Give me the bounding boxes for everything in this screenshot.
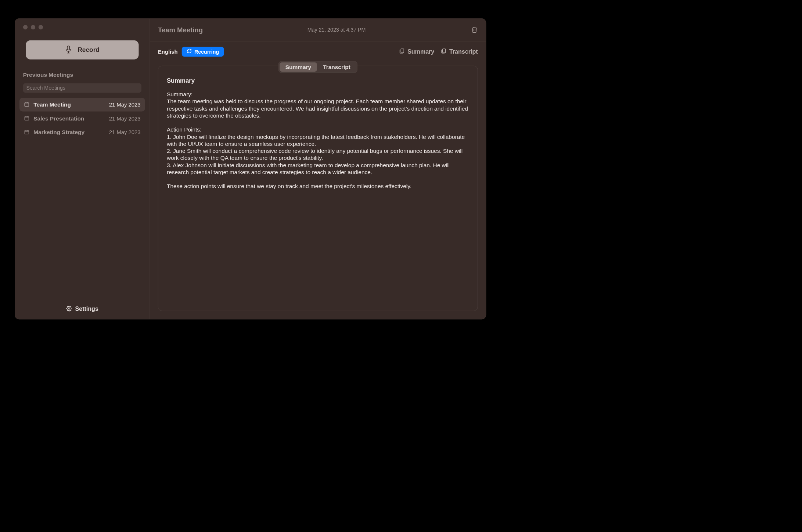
- meeting-title: Sales Presentation: [33, 115, 105, 122]
- search-wrap: [23, 83, 141, 93]
- gear-icon: [66, 305, 72, 312]
- meeting-item-team-meeting[interactable]: Team Meeting 21 May 2023: [19, 98, 145, 112]
- copy-transcript-button[interactable]: Transcript: [441, 48, 478, 56]
- meeting-date: 21 May 2023: [109, 115, 141, 122]
- copy-summary-label: Summary: [407, 48, 434, 55]
- svg-point-15: [68, 308, 70, 309]
- settings-button[interactable]: Settings: [19, 303, 145, 314]
- refresh-icon: [187, 48, 192, 55]
- calendar-icon: [24, 101, 29, 108]
- clipboard-icon: [441, 48, 447, 56]
- meeting-title: Marketing Strategy: [33, 129, 105, 136]
- language-label: English: [158, 48, 177, 55]
- microphone-icon: [65, 46, 72, 54]
- fullscreen-window-button[interactable]: [39, 25, 43, 29]
- sidebar: Record Previous Meetings Team Meeting 21…: [15, 19, 150, 319]
- app-window: Record Previous Meetings Team Meeting 21…: [15, 18, 486, 319]
- panel-heading: Summary: [167, 77, 469, 84]
- meeting-list: Team Meeting 21 May 2023 Sales Presentat…: [19, 98, 145, 139]
- page-title: Team Meeting: [158, 26, 203, 34]
- meeting-date: 21 May 2023: [109, 101, 141, 108]
- topbar: Team Meeting May 21, 2023 at 4:37 PM: [150, 19, 486, 42]
- main-content: Team Meeting May 21, 2023 at 4:37 PM Eng…: [150, 19, 486, 319]
- svg-rect-11: [25, 130, 29, 134]
- svg-rect-7: [25, 116, 29, 120]
- meta-row: English Recurring: [150, 42, 486, 61]
- svg-rect-0: [67, 46, 69, 50]
- content-area: Summary Transcript Summary Summary: The …: [150, 61, 486, 319]
- recurring-label: Recurring: [194, 48, 219, 55]
- meeting-timestamp: May 21, 2023 at 4:37 PM: [308, 27, 366, 33]
- calendar-icon: [24, 115, 29, 122]
- svg-rect-3: [25, 103, 29, 106]
- record-button[interactable]: Record: [26, 40, 139, 60]
- close-window-button[interactable]: [23, 25, 28, 29]
- meeting-date: 21 May 2023: [109, 129, 141, 135]
- minimize-window-button[interactable]: [31, 25, 35, 29]
- window-controls: [23, 25, 145, 29]
- clipboard-icon: [399, 48, 405, 56]
- panel-body: Summary: The team meeting was held to di…: [167, 91, 469, 190]
- svg-rect-16: [401, 49, 404, 53]
- calendar-icon: [24, 129, 29, 135]
- trash-icon: [471, 30, 478, 34]
- svg-rect-17: [443, 49, 446, 53]
- tab-summary[interactable]: Summary: [280, 62, 317, 72]
- content-panel: Summary Summary: The team meeting was he…: [158, 66, 478, 311]
- delete-button[interactable]: [471, 26, 478, 34]
- meeting-item-sales-presentation[interactable]: Sales Presentation 21 May 2023: [19, 112, 145, 126]
- copy-summary-button[interactable]: Summary: [399, 48, 435, 56]
- content-tabs: Summary Transcript: [278, 61, 357, 73]
- settings-label: Settings: [75, 305, 98, 312]
- record-button-label: Record: [78, 46, 100, 54]
- previous-meetings-heading: Previous Meetings: [23, 72, 141, 78]
- search-input[interactable]: [23, 83, 141, 93]
- tab-transcript[interactable]: Transcript: [317, 62, 356, 72]
- meeting-title: Team Meeting: [33, 101, 105, 108]
- meeting-item-marketing-strategy[interactable]: Marketing Strategy 21 May 2023: [19, 125, 145, 139]
- recurring-button[interactable]: Recurring: [182, 47, 224, 57]
- copy-transcript-label: Transcript: [449, 48, 478, 55]
